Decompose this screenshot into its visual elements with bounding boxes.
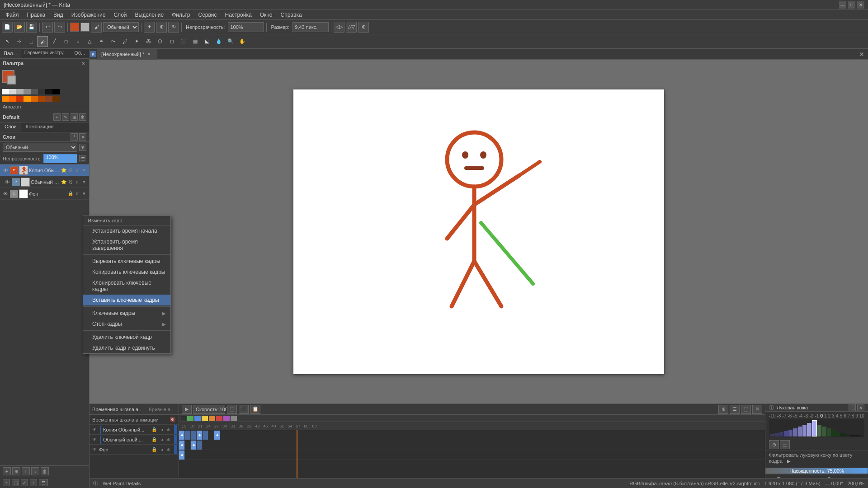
menu-service[interactable]: Сервис xyxy=(194,11,220,19)
layer-act-normal-chain[interactable]: ⛓ xyxy=(67,179,74,185)
delete-swatch-btn[interactable]: 🗑 xyxy=(79,113,86,121)
eraser-tool[interactable]: ◻ xyxy=(166,36,177,47)
brush-type-select[interactable]: Обычный xyxy=(103,22,139,32)
swatch-vdgray[interactable] xyxy=(31,89,38,94)
frame-1-f1[interactable] xyxy=(185,431,191,440)
freehand-tool[interactable]: 🖊 xyxy=(119,36,130,47)
onion-bar-p8[interactable] xyxy=(850,435,854,436)
brush-preset2[interactable]: ⊕ xyxy=(156,22,167,33)
tl-settings-btn[interactable]: 📋 xyxy=(250,405,260,414)
tl-close-btn[interactable]: ✕ xyxy=(752,405,762,414)
canvas-tab-main[interactable]: [Несохранённый] * ✕ xyxy=(97,49,157,60)
close-button[interactable]: ✕ xyxy=(857,1,864,9)
menu-filter[interactable]: Фильтр xyxy=(168,11,193,19)
tab-palette[interactable]: Пал... xyxy=(0,49,21,58)
layer-type-btn[interactable]: ⊞ xyxy=(12,467,20,475)
polygon-tool[interactable]: △ xyxy=(84,36,95,47)
menu-layer[interactable]: Слой xyxy=(110,11,130,19)
tl-loop-btn[interactable]: ⬚ xyxy=(227,405,237,414)
brush-select[interactable]: 🖌 xyxy=(91,22,102,33)
menu-select[interactable]: Выделение xyxy=(132,11,168,19)
frame-1-kf3[interactable] xyxy=(214,431,220,440)
swatch-burnt[interactable] xyxy=(31,96,38,102)
canvas-panel-close[interactable]: ✕ xyxy=(855,49,868,60)
layer-filter-btn[interactable]: ▼ xyxy=(79,144,86,151)
brush-refresh[interactable]: ↻ xyxy=(168,22,179,33)
blend-mode-select[interactable]: Обычный xyxy=(3,143,77,152)
swatch-lgray[interactable] xyxy=(9,89,16,94)
frame-1-kf[interactable] xyxy=(179,431,185,440)
ctx-set-end[interactable]: Установить время завершения xyxy=(83,236,170,253)
maximize-button[interactable]: □ xyxy=(848,1,855,9)
canvas-tab-close[interactable]: ✕ xyxy=(147,52,152,57)
layer-act-copy-collapse[interactable]: ▼ xyxy=(81,167,87,174)
layer-act-bg-lock[interactable]: 🔒 xyxy=(67,191,74,197)
onion-bar-p10[interactable] xyxy=(859,436,863,436)
add-swatch-btn[interactable]: + xyxy=(53,113,61,121)
cs-orange[interactable] xyxy=(209,416,215,421)
color-bg[interactable] xyxy=(80,23,90,32)
status-info-btn[interactable]: ⓘ xyxy=(93,480,98,487)
layer-opacity-value[interactable]: 100% xyxy=(43,154,77,163)
redo-btn[interactable]: ↪ xyxy=(54,22,65,33)
layer-act-normal-alpha[interactable]: α xyxy=(74,179,80,185)
tl-float-btn[interactable]: ⬚ xyxy=(741,405,751,414)
onion-bar-p5[interactable] xyxy=(836,432,840,436)
opacity-input[interactable] xyxy=(228,22,264,32)
tl-act-bg-2[interactable]: ⊕ xyxy=(165,446,172,453)
menu-window[interactable]: Окно xyxy=(256,11,276,19)
frame-2-f1[interactable] xyxy=(197,441,203,450)
frame-1-f3[interactable] xyxy=(203,431,208,440)
onion-bar-n5[interactable] xyxy=(788,430,793,436)
swatch-gray[interactable] xyxy=(16,89,24,94)
tl-onion-btn[interactable]: ⊕ xyxy=(718,405,728,414)
ctx-cut-keys[interactable]: Вырезать ключевые кадры xyxy=(83,256,170,267)
tl-act-normal-2[interactable]: ⊕ xyxy=(165,436,172,443)
swatch-white[interactable] xyxy=(2,89,9,94)
layer-act-star[interactable]: ⭐ xyxy=(61,167,67,174)
timeline-frames[interactable] xyxy=(179,430,765,478)
layer-act-copy-chain[interactable]: ⛓ xyxy=(67,167,74,174)
menu-help[interactable]: Справка xyxy=(277,11,306,19)
move-down-btn[interactable]: ↓ xyxy=(31,467,39,475)
swatch-amber[interactable] xyxy=(24,96,31,102)
frame-3-kf[interactable] xyxy=(179,450,185,460)
swatch-dbrown[interactable] xyxy=(45,96,52,102)
swatch-vdbrown[interactable] xyxy=(52,96,60,102)
swatch-black[interactable] xyxy=(52,89,60,94)
onion-filter-toggle[interactable]: ▶ xyxy=(786,458,792,464)
ctx-keyframes-sub[interactable]: Ключевые кадры ▶ xyxy=(83,308,170,319)
crop-tool[interactable]: ⬚ xyxy=(25,36,36,47)
ctx-clone-keys[interactable]: Клонировать ключевые кадры xyxy=(83,277,170,295)
ctx-stopcadres-sub[interactable]: Стоп-кадры ▶ xyxy=(83,319,170,329)
tl-act-bg-1[interactable]: α xyxy=(159,446,165,453)
move-up-btn[interactable]: ↑ xyxy=(22,467,30,475)
ctx-set-start[interactable]: Установить время начала xyxy=(83,225,170,236)
layer-item-copy[interactable]: 👁 P Копия Обычный сл... ⭐ ⛓ xyxy=(0,164,89,176)
layer-menu-btn[interactable]: ☰ xyxy=(79,155,86,162)
line-tool[interactable]: ╱ xyxy=(49,36,60,47)
tab-overview[interactable]: Об... xyxy=(71,49,89,58)
save-btn[interactable]: 💾 xyxy=(26,22,37,33)
mirror-v[interactable]: △▽ xyxy=(346,22,357,33)
undo-btn[interactable]: ↩ xyxy=(42,22,53,33)
onion-bar-p7[interactable] xyxy=(845,434,849,436)
tab-layers[interactable]: Слои xyxy=(0,122,21,132)
tab-tool-options[interactable]: Параметры инстру... xyxy=(21,49,71,58)
multibrush-tool[interactable]: ⁂ xyxy=(143,36,154,47)
layer-act-normal-star[interactable]: ⭐ xyxy=(61,179,67,185)
swatch-orange[interactable] xyxy=(2,96,9,102)
minimize-button[interactable]: — xyxy=(839,1,846,9)
onion-left-btn[interactable]: ⊕ xyxy=(769,440,779,449)
size-input[interactable] xyxy=(292,22,329,32)
menu-settings[interactable]: Настройка xyxy=(222,11,255,19)
layer-item-normal[interactable]: 👁 P Обычный слой 1 ⭐ ⛓ α ▼ xyxy=(0,176,89,188)
edit-swatch-btn[interactable]: ✎ xyxy=(62,113,69,121)
up-btn[interactable]: ↑ xyxy=(30,479,37,486)
onion-float-btn[interactable]: ⬚ xyxy=(849,404,856,411)
layer-item-bg[interactable]: 👁 □ Фон 🔒 α ▼ xyxy=(0,188,89,200)
layer-eye-normal[interactable]: 👁 xyxy=(4,178,11,186)
onion-bar-n8[interactable] xyxy=(774,433,778,436)
layer-act-bg-collapse[interactable]: ▼ xyxy=(81,191,87,197)
tl-lock-copy[interactable]: 🔒 xyxy=(151,427,157,433)
